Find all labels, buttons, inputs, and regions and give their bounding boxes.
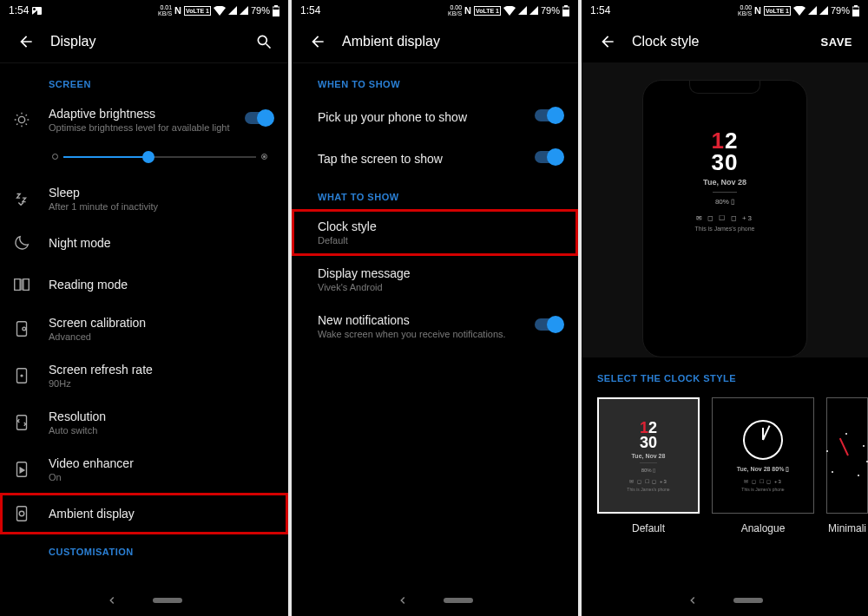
search-button[interactable] (255, 33, 273, 50)
display-message-row[interactable]: Display message Vivek's Android (292, 256, 578, 303)
screen-calibration-label: Screen calibration (49, 316, 276, 330)
brightness-thumb[interactable] (142, 151, 155, 163)
calibration-icon (12, 319, 49, 338)
section-select-clock: SELECT THE CLOCK STYLE (597, 373, 868, 397)
volte-icon: VoLTE 1 (764, 6, 791, 16)
clock-style-default-tile[interactable]: 12 30 Tue, Nov 28 80% ▯ ✉ ◻ ☐ ◻ +3 This … (597, 397, 700, 514)
screen-calibration-sub: Advanced (49, 331, 276, 342)
new-notifications-toggle[interactable] (535, 318, 566, 334)
brightness-min-icon (52, 154, 58, 160)
clock-style-row[interactable]: Clock style Default (292, 209, 578, 256)
video-enhancer-row[interactable]: Video enhancer On (0, 446, 288, 493)
nfc-icon: N (464, 5, 471, 16)
reading-mode-row[interactable]: Reading mode (0, 264, 288, 305)
adaptive-brightness-row[interactable]: Adaptive brightness Optimise brightness … (0, 96, 288, 143)
sleep-row[interactable]: Sleep After 1 minute of inactivity (0, 175, 288, 222)
svg-rect-16 (562, 10, 569, 16)
adaptive-brightness-label: Adaptive brightness (49, 107, 245, 121)
section-screen: SCREEN (0, 67, 288, 96)
brightness-max-icon (261, 154, 267, 160)
night-mode-label: Night mode (49, 236, 276, 250)
display-message-sub: Vivek's Android (318, 282, 566, 292)
signal-icon (228, 6, 237, 15)
svg-point-3 (258, 36, 266, 44)
screen-calibration-row[interactable]: Screen calibration Advanced (0, 305, 288, 352)
nav-back-button[interactable] (397, 594, 409, 606)
net-rate: 0.00KB/S (738, 4, 752, 16)
tap-row[interactable]: Tap the screen to show (292, 138, 578, 180)
resolution-label: Resolution (49, 410, 276, 423)
new-notifications-row[interactable]: New notifications Wake screen when you r… (292, 303, 578, 350)
battery-pct: 79% (831, 5, 850, 16)
refresh-rate-row[interactable]: Screen refresh rate 90Hz (0, 352, 288, 399)
pickup-label: Pick up your phone to show (318, 110, 535, 124)
sleep-icon (12, 189, 49, 208)
svg-point-7 (23, 327, 26, 331)
night-mode-row[interactable]: Night mode (0, 222, 288, 264)
preview-min: 30 (643, 149, 806, 176)
battery-pct: 79% (541, 5, 560, 16)
clock-style-analogue-tile[interactable]: Tue, Nov 28 80% ▯ ✉ ◻ ☐ ◻ +3 This is Jam… (712, 397, 814, 514)
pickup-row[interactable]: Pick up your phone to show (292, 96, 578, 138)
video-icon (12, 460, 49, 479)
svg-rect-19 (852, 10, 859, 16)
save-button[interactable]: SAVE (821, 36, 852, 49)
pickup-toggle[interactable] (535, 109, 566, 125)
signal-icon-2 (240, 6, 248, 15)
clock-style-label: Clock style (318, 220, 566, 233)
video-enhancer-sub: On (49, 472, 276, 482)
ambient-display-screen: 1:54 0.00KB/S N VoLTE 1 79% Ambient disp… (290, 0, 578, 616)
clock-style-minimal-tile[interactable] (826, 397, 868, 514)
back-button[interactable] (309, 33, 326, 50)
tap-toggle[interactable] (535, 151, 566, 167)
brightness-slider[interactable] (0, 143, 288, 175)
nav-bar (292, 585, 578, 616)
clock-style-analogue-label: Analogue (741, 522, 786, 534)
svg-point-9 (21, 375, 23, 377)
header: Clock style SAVE (582, 21, 868, 62)
reading-mode-label: Reading mode (49, 278, 276, 292)
signal-icon-2 (529, 6, 538, 15)
sleep-label: Sleep (49, 186, 276, 200)
battery-icon (852, 5, 859, 16)
nav-home-button[interactable] (733, 598, 763, 603)
header: Display (0, 21, 288, 62)
signal-icon (808, 6, 817, 15)
page-title: Ambient display (342, 34, 562, 49)
status-bar: 1:54 0.00KB/S N VoLTE 1 79% (582, 0, 868, 21)
nav-back-button[interactable] (106, 594, 118, 606)
tap-label: Tap the screen to show (318, 152, 535, 166)
page-title: Display (50, 34, 240, 49)
back-button[interactable] (17, 33, 35, 50)
clock-style-sub: Default (318, 235, 566, 246)
nav-back-button[interactable] (687, 594, 699, 606)
new-notifications-sub: Wake screen when you receive notificatio… (318, 329, 535, 339)
refresh-icon (12, 366, 49, 385)
resolution-row[interactable]: Resolution Auto switch (0, 399, 288, 446)
nav-home-button[interactable] (153, 598, 182, 603)
sleep-sub: After 1 minute of inactivity (49, 201, 276, 212)
svg-rect-12 (17, 507, 27, 521)
clock-style-screen: 1:54 0.00KB/S N VoLTE 1 79% Clock style … (580, 0, 868, 616)
nav-home-button[interactable] (444, 598, 473, 603)
svg-rect-6 (17, 322, 27, 337)
volte-icon: VoLTE 1 (184, 6, 211, 16)
display-settings-screen: 1:54 0.01KB/S N VoLTE 1 79% Display SCRE… (0, 0, 288, 616)
preview-battery: 80% ▯ (643, 198, 806, 206)
adaptive-brightness-sub: Optimise brightness level for available … (49, 122, 245, 133)
back-button[interactable] (599, 33, 616, 50)
signal-icon (518, 6, 527, 15)
svg-point-13 (19, 511, 24, 516)
ambient-display-row[interactable]: Ambient display (0, 493, 288, 534)
clock-style-default-label: Default (632, 522, 665, 534)
status-time: 1:54 (590, 4, 610, 16)
adaptive-brightness-toggle[interactable] (245, 112, 276, 128)
preview-message: This is James's phone (643, 226, 806, 232)
nav-bar (582, 585, 868, 616)
status-bar: 1:54 0.01KB/S N VoLTE 1 79% (0, 0, 288, 21)
svg-point-5 (18, 116, 24, 122)
ambient-icon (12, 504, 49, 523)
preview-notif-icons: ✉ ◻ ☐ ◻ +3 (643, 214, 806, 222)
analogue-clock-icon (743, 420, 783, 460)
brightness-icon (12, 110, 49, 129)
